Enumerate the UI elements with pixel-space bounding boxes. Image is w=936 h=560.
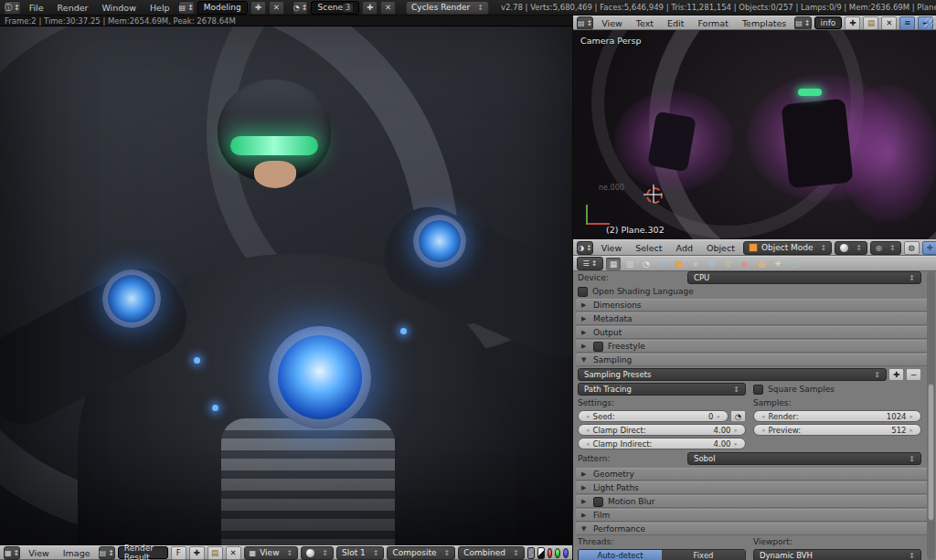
fixed-button[interactable]: Fixed bbox=[662, 550, 745, 560]
increment-arrow-icon[interactable]: ▸ bbox=[734, 427, 738, 434]
menu-edit[interactable]: Edit bbox=[662, 18, 689, 28]
menu-select[interactable]: Select bbox=[630, 243, 667, 253]
menu-view[interactable]: View bbox=[23, 548, 55, 558]
device-select[interactable]: CPU ↕ bbox=[687, 271, 921, 284]
clamp-indirect-field[interactable]: ◂ Clamp Indirect: 4.00 ▸ bbox=[578, 438, 746, 449]
menu-image[interactable]: Image bbox=[58, 548, 96, 558]
pattern-select[interactable]: Sobol ↕ bbox=[687, 452, 921, 465]
delete-scene-button[interactable]: ✕ bbox=[380, 1, 396, 15]
viewport-shading-select[interactable]: ↕ bbox=[835, 241, 867, 255]
screen-layout-browse-button[interactable]: ▤↕ bbox=[178, 1, 195, 15]
panel-sampling[interactable]: ▼ Sampling bbox=[576, 354, 932, 366]
sampling-presets-select[interactable]: Sampling Presets ↕ bbox=[578, 368, 887, 381]
delete-layout-button[interactable]: ✕ bbox=[269, 1, 284, 15]
panel-film[interactable]: ▶ Film bbox=[576, 509, 932, 522]
particles-tab-icon[interactable]: ✳ bbox=[771, 258, 785, 270]
decrement-arrow-icon[interactable]: ◂ bbox=[586, 427, 590, 434]
new-image-button[interactable]: ✚ bbox=[189, 546, 205, 560]
increment-arrow-icon[interactable]: ▸ bbox=[909, 413, 913, 420]
texture-tab-icon[interactable]: ▩ bbox=[754, 258, 769, 270]
decrement-arrow-icon[interactable]: ◂ bbox=[586, 440, 590, 448]
green-channel-icon[interactable] bbox=[555, 548, 560, 558]
increment-arrow-icon[interactable]: ▸ bbox=[909, 427, 913, 434]
panel-metadata[interactable]: ▶ Metadata bbox=[576, 312, 932, 325]
scene-tab-icon[interactable]: ◔ bbox=[639, 258, 654, 270]
viewport-bvh-select[interactable]: Dynamic BVH ↕ bbox=[753, 549, 921, 560]
new-text-button[interactable]: ✚ bbox=[845, 16, 860, 30]
unlink-image-button[interactable]: ✕ bbox=[226, 546, 241, 560]
render-pass-select[interactable]: Combined ↕ bbox=[458, 546, 524, 560]
increment-arrow-icon[interactable]: ▸ bbox=[717, 413, 720, 420]
render-samples-field[interactable]: ◂ Render: 1024 ▸ bbox=[753, 410, 921, 422]
scene-browse-button[interactable]: ◔↕ bbox=[292, 1, 309, 15]
menu-object[interactable]: Object bbox=[701, 243, 740, 253]
panel-output[interactable]: ▶ Output bbox=[576, 326, 932, 339]
remove-preset-button[interactable]: − bbox=[906, 368, 921, 381]
material-tab-icon[interactable]: ◉ bbox=[738, 258, 752, 270]
object-tab-icon[interactable]: ■ bbox=[672, 258, 686, 270]
scene-field[interactable]: Scene 3 bbox=[311, 1, 359, 15]
render-engine-select[interactable]: Cycles Render ↕ bbox=[406, 1, 489, 15]
blue-channel-icon[interactable] bbox=[563, 548, 569, 558]
freestyle-checkbox[interactable] bbox=[593, 342, 603, 352]
panel-geometry[interactable]: ▶ Geometry bbox=[576, 468, 932, 481]
menu-format[interactable]: Format bbox=[692, 18, 733, 28]
render-tab-icon[interactable]: ▦ bbox=[606, 258, 621, 270]
panel-freestyle[interactable]: ▶ Freestyle bbox=[576, 340, 932, 353]
text-browse-button[interactable]: ▤↕ bbox=[794, 16, 811, 30]
color-alpha-channel-icon[interactable] bbox=[527, 547, 535, 559]
decrement-arrow-icon[interactable]: ◂ bbox=[761, 427, 765, 434]
region-resize-grip[interactable] bbox=[924, 17, 935, 28]
render-result-image[interactable] bbox=[0, 26, 572, 546]
osl-checkbox[interactable] bbox=[578, 287, 588, 297]
data-tab-icon[interactable]: ▽ bbox=[721, 258, 736, 270]
properties-scrollbar-thumb[interactable] bbox=[928, 384, 934, 521]
square-samples-checkbox[interactable] bbox=[753, 385, 763, 395]
menu-text[interactable]: Text bbox=[631, 18, 659, 28]
pivot-point-select[interactable]: ◎ ↕ bbox=[870, 241, 901, 255]
preview-samples-field[interactable]: ◂ Preview: 512 ▸ bbox=[753, 424, 921, 436]
text-datablock-field[interactable]: info bbox=[814, 16, 843, 29]
scene-users-badge[interactable]: 3 bbox=[343, 4, 353, 12]
integrator-select[interactable]: Path Tracing ↕ bbox=[578, 383, 746, 396]
translate-manipulator-icon[interactable]: ✛ bbox=[922, 241, 936, 255]
unlink-text-button[interactable]: ✕ bbox=[881, 16, 897, 30]
render-layer-select[interactable]: Composite ↕ bbox=[387, 546, 455, 560]
panel-dimensions[interactable]: ▶ Dimensions bbox=[576, 299, 932, 312]
panel-performance[interactable]: ▼ Performance bbox=[576, 523, 932, 535]
editor-type-info-button[interactable]: ⓘ↕ bbox=[4, 1, 21, 15]
modifiers-tab-icon[interactable]: ⚙ bbox=[705, 258, 719, 270]
add-scene-button[interactable]: ✚ bbox=[362, 1, 378, 15]
add-layout-button[interactable]: ✚ bbox=[250, 1, 266, 15]
menu-add[interactable]: Add bbox=[671, 243, 698, 253]
line-numbers-toggle-icon[interactable]: ≡ bbox=[899, 16, 915, 30]
panel-light-paths[interactable]: ▶ Light Paths bbox=[576, 481, 932, 494]
render-slot-select[interactable]: Slot 1 ↕ bbox=[336, 546, 385, 560]
panel-motion-blur[interactable]: ▶ Motion Blur bbox=[576, 495, 932, 508]
menu-help[interactable]: Help bbox=[144, 3, 176, 13]
manipulator-toggle-icon[interactable]: ◍ bbox=[904, 241, 920, 255]
editor-type-properties-button[interactable]: ☰↕ bbox=[577, 257, 603, 270]
decrement-arrow-icon[interactable]: ◂ bbox=[586, 413, 590, 420]
alpha-channel-icon[interactable] bbox=[537, 547, 545, 559]
pin-sphere-select[interactable]: ↕ bbox=[301, 546, 334, 560]
menu-window[interactable]: Window bbox=[96, 3, 141, 13]
menu-templates[interactable]: Templates bbox=[737, 18, 792, 28]
add-preset-button[interactable]: ✚ bbox=[888, 368, 904, 381]
motion-blur-checkbox[interactable] bbox=[593, 497, 603, 507]
pack-image-icon[interactable]: ▤ bbox=[207, 546, 223, 560]
editor-type-3dview-button[interactable]: ◑↕ bbox=[577, 241, 593, 255]
image-datablock-field[interactable]: Render Result bbox=[118, 546, 168, 559]
image-browse-button[interactable]: ▤↕ bbox=[99, 546, 115, 560]
world-tab-icon[interactable]: ◍ bbox=[655, 258, 670, 270]
decrement-arrow-icon[interactable]: ◂ bbox=[761, 413, 765, 420]
3d-viewport[interactable]: Camera Persp ne.000 (2) Plane.302 bbox=[573, 30, 936, 239]
fake-user-button[interactable]: F bbox=[171, 546, 186, 560]
render-layers-tab-icon[interactable]: ▥ bbox=[622, 258, 637, 270]
seed-field[interactable]: ◂ Seed: 0 ▸ bbox=[578, 410, 729, 422]
menu-view[interactable]: View bbox=[596, 243, 628, 253]
menu-file[interactable]: File bbox=[24, 3, 49, 13]
view-mode-select[interactable]: ▦ View ↕ bbox=[244, 546, 299, 560]
pack-text-icon[interactable]: ▤ bbox=[863, 16, 878, 30]
menu-render[interactable]: Render bbox=[52, 3, 94, 13]
